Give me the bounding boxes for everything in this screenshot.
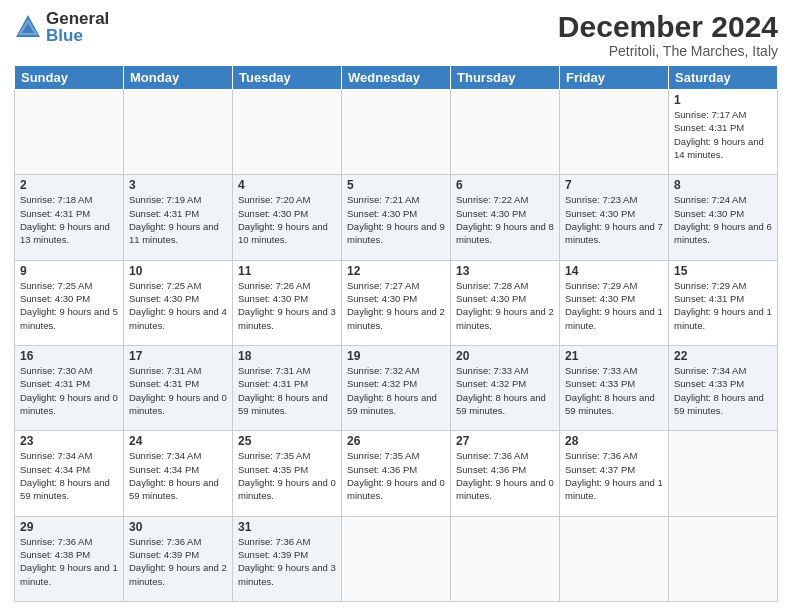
day-of-week-tuesday: Tuesday: [233, 66, 342, 90]
calendar-cell: 15Sunrise: 7:29 AMSunset: 4:31 PMDayligh…: [669, 260, 778, 345]
calendar-cell: 6Sunrise: 7:22 AMSunset: 4:30 PMDaylight…: [451, 175, 560, 260]
calendar-cell: 22Sunrise: 7:34 AMSunset: 4:33 PMDayligh…: [669, 345, 778, 430]
day-number: 26: [347, 434, 445, 448]
day-info: Sunrise: 7:34 AMSunset: 4:34 PMDaylight:…: [129, 449, 227, 502]
day-info: Sunrise: 7:21 AMSunset: 4:30 PMDaylight:…: [347, 193, 445, 246]
calendar-cell: 5Sunrise: 7:21 AMSunset: 4:30 PMDaylight…: [342, 175, 451, 260]
day-info: Sunrise: 7:20 AMSunset: 4:30 PMDaylight:…: [238, 193, 336, 246]
day-number: 25: [238, 434, 336, 448]
calendar-cell: 8Sunrise: 7:24 AMSunset: 4:30 PMDaylight…: [669, 175, 778, 260]
calendar-cell: 16Sunrise: 7:30 AMSunset: 4:31 PMDayligh…: [15, 345, 124, 430]
calendar-cell: [560, 90, 669, 175]
day-info: Sunrise: 7:34 AMSunset: 4:34 PMDaylight:…: [20, 449, 118, 502]
calendar-week-row: 29Sunrise: 7:36 AMSunset: 4:38 PMDayligh…: [15, 516, 778, 601]
calendar-cell: [342, 90, 451, 175]
day-number: 20: [456, 349, 554, 363]
calendar-cell: [669, 516, 778, 601]
day-of-week-wednesday: Wednesday: [342, 66, 451, 90]
day-number: 23: [20, 434, 118, 448]
day-info: Sunrise: 7:36 AMSunset: 4:38 PMDaylight:…: [20, 535, 118, 588]
day-info: Sunrise: 7:31 AMSunset: 4:31 PMDaylight:…: [238, 364, 336, 417]
logo-blue-text: Blue: [46, 27, 109, 44]
calendar-cell: 7Sunrise: 7:23 AMSunset: 4:30 PMDaylight…: [560, 175, 669, 260]
day-info: Sunrise: 7:29 AMSunset: 4:31 PMDaylight:…: [674, 279, 772, 332]
calendar-cell: 10Sunrise: 7:25 AMSunset: 4:30 PMDayligh…: [124, 260, 233, 345]
calendar-cell: 19Sunrise: 7:32 AMSunset: 4:32 PMDayligh…: [342, 345, 451, 430]
day-info: Sunrise: 7:28 AMSunset: 4:30 PMDaylight:…: [456, 279, 554, 332]
day-info: Sunrise: 7:22 AMSunset: 4:30 PMDaylight:…: [456, 193, 554, 246]
day-number: 31: [238, 520, 336, 534]
day-number: 14: [565, 264, 663, 278]
day-info: Sunrise: 7:23 AMSunset: 4:30 PMDaylight:…: [565, 193, 663, 246]
day-number: 18: [238, 349, 336, 363]
day-info: Sunrise: 7:36 AMSunset: 4:36 PMDaylight:…: [456, 449, 554, 502]
calendar-cell: 9Sunrise: 7:25 AMSunset: 4:30 PMDaylight…: [15, 260, 124, 345]
day-number: 24: [129, 434, 227, 448]
day-number: 16: [20, 349, 118, 363]
calendar-cell: [451, 516, 560, 601]
day-number: 7: [565, 178, 663, 192]
calendar-cell: 30Sunrise: 7:36 AMSunset: 4:39 PMDayligh…: [124, 516, 233, 601]
calendar-cell: 1Sunrise: 7:17 AMSunset: 4:31 PMDaylight…: [669, 90, 778, 175]
calendar-cell: [15, 90, 124, 175]
calendar-cell: 23Sunrise: 7:34 AMSunset: 4:34 PMDayligh…: [15, 431, 124, 516]
calendar-cell: 25Sunrise: 7:35 AMSunset: 4:35 PMDayligh…: [233, 431, 342, 516]
day-number: 28: [565, 434, 663, 448]
day-info: Sunrise: 7:25 AMSunset: 4:30 PMDaylight:…: [129, 279, 227, 332]
calendar-cell: [124, 90, 233, 175]
day-number: 3: [129, 178, 227, 192]
day-number: 6: [456, 178, 554, 192]
day-number: 11: [238, 264, 336, 278]
day-info: Sunrise: 7:25 AMSunset: 4:30 PMDaylight:…: [20, 279, 118, 332]
logo-icon: [14, 13, 42, 41]
calendar-table: SundayMondayTuesdayWednesdayThursdayFrid…: [14, 65, 778, 602]
day-info: Sunrise: 7:36 AMSunset: 4:39 PMDaylight:…: [129, 535, 227, 588]
day-number: 2: [20, 178, 118, 192]
calendar-cell: [342, 516, 451, 601]
day-of-week-saturday: Saturday: [669, 66, 778, 90]
day-info: Sunrise: 7:26 AMSunset: 4:30 PMDaylight:…: [238, 279, 336, 332]
day-number: 19: [347, 349, 445, 363]
calendar-week-row: 1Sunrise: 7:17 AMSunset: 4:31 PMDaylight…: [15, 90, 778, 175]
day-info: Sunrise: 7:32 AMSunset: 4:32 PMDaylight:…: [347, 364, 445, 417]
day-number: 17: [129, 349, 227, 363]
calendar-header-row: SundayMondayTuesdayWednesdayThursdayFrid…: [15, 66, 778, 90]
calendar-cell: 29Sunrise: 7:36 AMSunset: 4:38 PMDayligh…: [15, 516, 124, 601]
logo: General Blue: [14, 10, 109, 44]
calendar-cell: [233, 90, 342, 175]
calendar-cell: 3Sunrise: 7:19 AMSunset: 4:31 PMDaylight…: [124, 175, 233, 260]
calendar-cell: 31Sunrise: 7:36 AMSunset: 4:39 PMDayligh…: [233, 516, 342, 601]
title-block: December 2024 Petritoli, The Marches, It…: [558, 10, 778, 59]
calendar-cell: 13Sunrise: 7:28 AMSunset: 4:30 PMDayligh…: [451, 260, 560, 345]
calendar-week-row: 9Sunrise: 7:25 AMSunset: 4:30 PMDaylight…: [15, 260, 778, 345]
header: General Blue December 2024 Petritoli, Th…: [14, 10, 778, 59]
day-number: 21: [565, 349, 663, 363]
day-info: Sunrise: 7:24 AMSunset: 4:30 PMDaylight:…: [674, 193, 772, 246]
day-info: Sunrise: 7:30 AMSunset: 4:31 PMDaylight:…: [20, 364, 118, 417]
day-info: Sunrise: 7:27 AMSunset: 4:30 PMDaylight:…: [347, 279, 445, 332]
day-number: 15: [674, 264, 772, 278]
calendar-cell: 18Sunrise: 7:31 AMSunset: 4:31 PMDayligh…: [233, 345, 342, 430]
day-of-week-monday: Monday: [124, 66, 233, 90]
logo-general-text: General: [46, 10, 109, 27]
day-number: 30: [129, 520, 227, 534]
day-info: Sunrise: 7:36 AMSunset: 4:37 PMDaylight:…: [565, 449, 663, 502]
calendar-cell: 2Sunrise: 7:18 AMSunset: 4:31 PMDaylight…: [15, 175, 124, 260]
day-info: Sunrise: 7:36 AMSunset: 4:39 PMDaylight:…: [238, 535, 336, 588]
day-number: 4: [238, 178, 336, 192]
day-info: Sunrise: 7:29 AMSunset: 4:30 PMDaylight:…: [565, 279, 663, 332]
calendar-cell: [560, 516, 669, 601]
day-of-week-friday: Friday: [560, 66, 669, 90]
day-number: 1: [674, 93, 772, 107]
day-number: 12: [347, 264, 445, 278]
day-info: Sunrise: 7:33 AMSunset: 4:33 PMDaylight:…: [565, 364, 663, 417]
calendar-cell: 26Sunrise: 7:35 AMSunset: 4:36 PMDayligh…: [342, 431, 451, 516]
day-info: Sunrise: 7:35 AMSunset: 4:35 PMDaylight:…: [238, 449, 336, 502]
day-of-week-sunday: Sunday: [15, 66, 124, 90]
day-number: 27: [456, 434, 554, 448]
month-year: December 2024: [558, 10, 778, 43]
calendar-cell: 27Sunrise: 7:36 AMSunset: 4:36 PMDayligh…: [451, 431, 560, 516]
day-number: 10: [129, 264, 227, 278]
calendar-cell: 28Sunrise: 7:36 AMSunset: 4:37 PMDayligh…: [560, 431, 669, 516]
day-info: Sunrise: 7:17 AMSunset: 4:31 PMDaylight:…: [674, 108, 772, 161]
